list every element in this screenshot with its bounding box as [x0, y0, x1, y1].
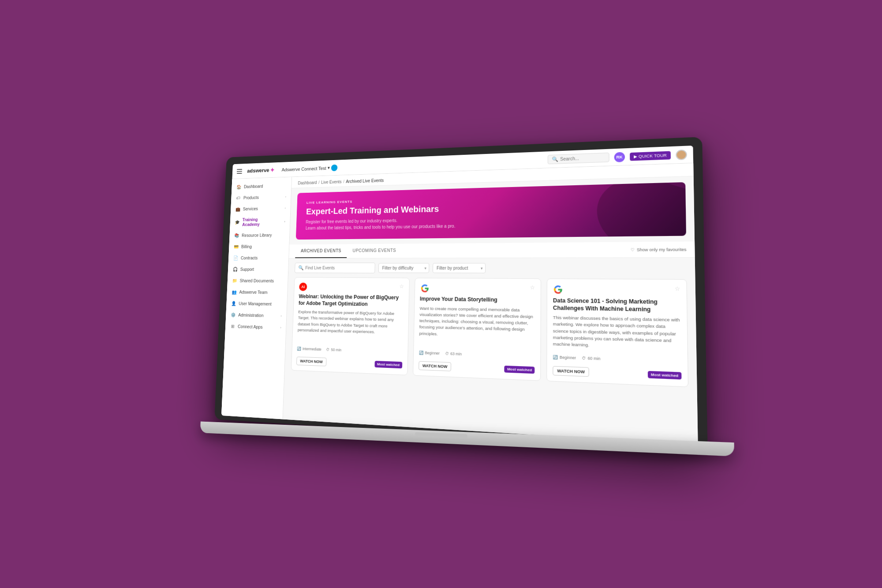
logo-text: adswerve [247, 167, 269, 173]
sidebar-label-contracts: Contracts [241, 255, 258, 260]
sidebar-label-services: Services [243, 206, 258, 211]
card-body-1: Webinar: Unlocking the Power of BigQuery… [292, 293, 409, 348]
breadcrumb-live-events[interactable]: Live Events [321, 179, 342, 184]
hamburger-menu-icon[interactable] [237, 169, 242, 173]
sidebar-item-products[interactable]: 🏷 Products › [231, 191, 291, 203]
sidebar-label-training-academy: TrainingAcademy [242, 217, 260, 227]
user-initials-badge: RK [614, 151, 625, 162]
card-title-2: Improve Your Data Storytelling [420, 296, 535, 304]
level-icon-3: 🔄 [553, 355, 558, 360]
logo-swoosh-icon: ✦ [270, 166, 275, 173]
sidebar-item-training-academy[interactable]: 🎓 TrainingAcademy › [230, 213, 290, 230]
global-search[interactable]: 🔍 [548, 152, 609, 164]
breadcrumb-dashboard[interactable]: Dashboard [298, 180, 317, 185]
cards-grid: Ai ☆ Webinar: Unlocking the Power of Big… [284, 277, 697, 396]
sidebar-item-administration[interactable]: ⚙️ Administration › [226, 309, 287, 322]
find-events-input[interactable] [305, 266, 371, 270]
salesforce-icon [331, 164, 337, 171]
sidebar-item-resource-library[interactable]: 📚 Resource Library [229, 229, 290, 241]
card-title-1: Webinar: Unlocking the Power of BigQuery… [299, 293, 404, 308]
most-watched-badge-3: Most watched [648, 371, 681, 379]
filters-row: 🔍 Filter by difficulty Beginner Intermed… [288, 258, 695, 279]
card-body-2: Improve Your Data Storytelling Want to c… [414, 296, 541, 352]
clock-icon-3: ⏱ [582, 356, 586, 360]
org-selector[interactable]: Adswerve Connect Test ▾ [282, 164, 338, 172]
play-icon: ▶ [634, 154, 637, 159]
watch-now-button-1[interactable]: WATCH NOW [296, 356, 326, 366]
sidebar-item-connect-apps[interactable]: ⊞ Connect Apps › [225, 320, 286, 333]
user-check-icon: 👤 [231, 300, 236, 306]
card-duration-3: ⏱ 60 min [582, 356, 600, 361]
card-level-2: 🔄 Beginner [419, 350, 440, 356]
breadcrumb-sep-2: / [343, 179, 344, 184]
sidebar-item-contracts[interactable]: 📄 Contracts [228, 252, 289, 263]
settings-icon: ⚙️ [230, 311, 235, 317]
sidebar-item-adswerve-team[interactable]: 👥 Adswerve Team [227, 286, 288, 298]
google-icon [553, 284, 564, 294]
card-header-3: ☆ [547, 279, 687, 299]
laptop-screen: adswerve ✦ Adswerve Connect Test ▾ 🔍 [221, 145, 698, 444]
sidebar-label-adswerve-team: Adswerve Team [239, 289, 267, 295]
sidebar-item-support[interactable]: 🎧 Support [228, 263, 288, 275]
favourite-star-1[interactable]: ☆ [399, 283, 404, 289]
clock-icon-2: ⏱ [445, 351, 449, 356]
sidebar-label-administration: Administration [238, 312, 264, 318]
quick-tour-button[interactable]: ▶ QUICK TOUR [630, 150, 671, 160]
tabs-list: ARCHIVED EVENTS UPCOMING EVENTS [295, 243, 402, 258]
card-desc-2: Want to create more compelling and memor… [419, 305, 535, 339]
user-avatar[interactable] [676, 149, 687, 160]
favourite-star-2[interactable]: ☆ [530, 284, 535, 291]
sidebar-label-shared-documents: Shared Documents [239, 278, 274, 283]
org-name-text: Adswerve Connect Test [282, 165, 326, 172]
event-card-1: Ai ☆ Webinar: Unlocking the Power of Big… [291, 277, 410, 375]
watch-now-button-3[interactable]: WATCH NOW [553, 366, 589, 377]
sidebar: 🏠 Dashboard 🏷 Products › 💼 Services › [221, 177, 292, 419]
event-card-3: ☆ Data Science 101 - Solving Marketing C… [546, 278, 688, 387]
sidebar-item-dashboard[interactable]: 🏠 Dashboard [232, 179, 292, 192]
google-data-icon [420, 283, 430, 293]
card-desc-1: Explore the transformative power of BigQ… [298, 309, 404, 336]
laptop-screen-wrapper: adswerve ✦ Adswerve Connect Test ▾ 🔍 [214, 137, 707, 450]
heart-icon: ♡ [631, 247, 635, 252]
users-icon: 👥 [232, 289, 237, 295]
difficulty-filter-wrapper: Filter by difficulty Beginner Intermedia… [378, 263, 430, 273]
graduation-cap-icon: 🎓 [235, 219, 240, 225]
sidebar-item-billing[interactable]: 💳 Billing [229, 240, 289, 252]
watch-now-button-2[interactable]: WATCH NOW [419, 361, 452, 371]
tab-upcoming-events[interactable]: UPCOMING EVENTS [347, 243, 402, 258]
find-events-search[interactable]: 🔍 [295, 262, 375, 273]
sidebar-item-user-management[interactable]: 👤 User Management [226, 297, 287, 310]
event-card-2: ☆ Improve Your Data Storytelling Want to… [413, 277, 542, 381]
tabs-bar: ARCHIVED EVENTS UPCOMING EVENTS ♡ Show o… [289, 241, 695, 258]
card-actions-1: WATCH NOW Most watched [292, 353, 407, 375]
card-level-1: 🔄 Intermediate [297, 346, 321, 352]
sidebar-item-services[interactable]: 💼 Services › [231, 202, 291, 215]
show-favourites-toggle[interactable]: ♡ Show only my favourites [631, 247, 686, 251]
product-filter[interactable]: Filter by product BigQuery Adobe Target … [433, 263, 486, 273]
most-watched-badge-1: Most watched [374, 360, 402, 368]
product-filter-wrapper: Filter by product BigQuery Adobe Target … [433, 263, 486, 273]
search-input[interactable] [560, 155, 603, 161]
sidebar-label-dashboard: Dashboard [244, 184, 263, 189]
tag-icon: 🏷 [235, 195, 241, 201]
difficulty-filter[interactable]: Filter by difficulty Beginner Intermedia… [378, 263, 430, 273]
sidebar-item-shared-documents[interactable]: 📁 Shared Documents [227, 275, 288, 287]
level-icon-2: 🔄 [419, 350, 423, 355]
most-watched-badge-2: Most watched [505, 365, 535, 373]
chevron-right-icon: › [285, 195, 287, 198]
laptop-container: adswerve ✦ Adswerve Connect Test ▾ 🔍 [198, 145, 684, 443]
favourite-star-3[interactable]: ☆ [674, 285, 680, 292]
briefcase-icon: 💼 [235, 206, 240, 212]
sidebar-label-products: Products [243, 195, 259, 200]
card-desc-3: This webinar discusses the basics of usi… [553, 314, 681, 351]
file-text-icon: 📄 [233, 255, 238, 261]
chevron-right-icon-4: › [280, 314, 282, 318]
house-icon: 🏠 [236, 184, 241, 189]
card-duration-2: ⏱ 63 min [445, 351, 462, 356]
headphones-icon: 🎧 [232, 266, 238, 272]
content-area: Dashboard / Live Events / Archived Live … [283, 163, 698, 445]
tab-archived-events[interactable]: ARCHIVED EVENTS [295, 244, 347, 258]
chevron-right-icon-2: › [285, 206, 286, 210]
adobe-icon: Ai [299, 282, 307, 291]
sidebar-label-user-management: User Management [239, 301, 272, 306]
